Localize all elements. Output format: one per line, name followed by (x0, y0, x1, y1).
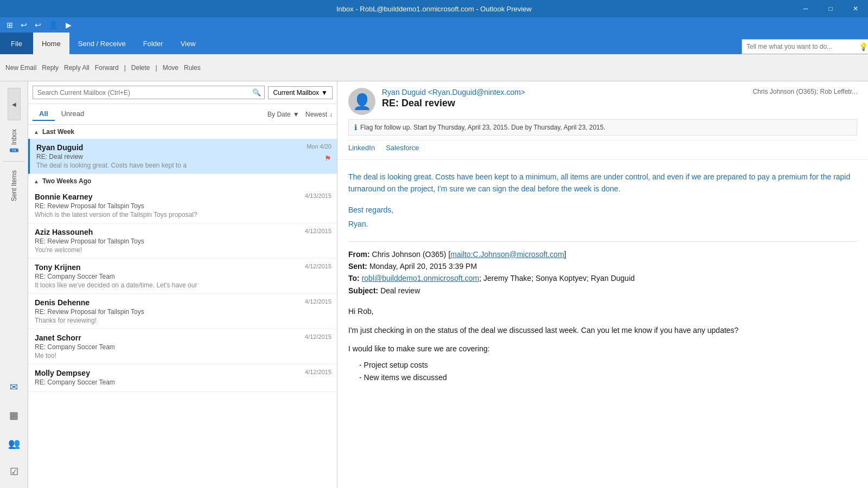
app-icon: ⊞ (4, 20, 15, 30)
ribbon-search-input[interactable] (742, 39, 868, 54)
ribbon-tabs: File Home Send / Receive Folder View 💡 (0, 33, 868, 54)
email-recipients: Chris Johnson (O365); Rob Leffetr... (752, 88, 857, 95)
email-preview: You're welcome! (35, 246, 331, 254)
email-header: 👤 Ryan Duguid <Ryan.Duguid@nintex.com> R… (337, 81, 868, 160)
email-subject: RE: Company Soccer Team (35, 378, 331, 386)
subject-value: Deal review (380, 286, 420, 295)
contact-button[interactable]: 👤 (47, 20, 60, 30)
email-item[interactable]: Ryan Duguid RE: Deal review The deal is … (28, 139, 337, 174)
tab-home[interactable]: Home (33, 33, 69, 54)
email-sender: Denis Dehenne (35, 298, 331, 307)
email-list: ▲ Last Week Ryan Duguid RE: Deal review … (28, 125, 337, 488)
email-subject: RE: Review Proposal for Tailspin Toys (35, 202, 331, 210)
inbox-label: Inbox (10, 129, 18, 145)
body-line-2: I would like to make sure we are coverin… (348, 343, 857, 355)
email-sender: Aziz Hassouneh (35, 228, 331, 236)
email-item[interactable]: Janet Schorr RE: Company Soccer Team Me … (28, 329, 337, 364)
group-label: Two Weeks Ago (42, 177, 91, 185)
play-button[interactable]: ▶ (63, 20, 74, 30)
from-close: ] (564, 250, 566, 259)
email-list-panel: 🔍 Current Mailbox ▼ All Unread By Date ▼… (28, 81, 337, 488)
nav-collapse-button[interactable]: ◀ (8, 88, 21, 120)
email-body: The deal is looking great. Costs have be… (337, 160, 868, 488)
email-date: 4/12/2015 (305, 333, 331, 340)
restore-button[interactable]: □ (818, 0, 843, 17)
sidebar-item-inbox[interactable]: 2 Inbox (8, 125, 20, 157)
email-sender: Tony Krijnen (35, 263, 331, 272)
body-line-1: I'm just checking in on the status of th… (348, 324, 857, 336)
flag-notice-icon: ℹ (354, 123, 357, 132)
email-preview: Me too! (35, 352, 331, 359)
filter-tab-unread[interactable]: Unread (55, 107, 91, 121)
group-header-last-week[interactable]: ▲ Last Week (28, 125, 337, 139)
lightbulb-icon: 💡 (859, 42, 868, 51)
nav-icon-calendar[interactable]: ▦ (2, 403, 26, 427)
subject-line-detail: Subject: Deal review (348, 285, 857, 297)
email-item[interactable]: Denis Dehenne RE: Review Proposal for Ta… (28, 294, 337, 329)
flag-notice-text: Flag for follow up. Start by Thursday, A… (360, 124, 605, 131)
to-line: To: robl@builddemo1.onmicrosoft.com; Jer… (348, 272, 857, 284)
title-text: Inbox - RobL@builddemo1.onmicrosoft.com … (336, 5, 532, 13)
sent-label: Sent: (348, 262, 367, 271)
email-item[interactable]: Tony Krijnen RE: Company Soccer Team It … (28, 259, 337, 294)
mailbox-dropdown[interactable]: Current Mailbox ▼ (268, 86, 333, 99)
to-others: ; Jeremy Thake; Sonya Koptyev; Ryan Dugu… (479, 274, 635, 282)
linkedin-link[interactable]: LinkedIn (348, 144, 375, 152)
email-item[interactable]: Aziz Hassouneh RE: Review Proposal for T… (28, 223, 337, 259)
email-meta: Ryan Duguid <Ryan.Duguid@nintex.com> RE:… (382, 88, 746, 109)
group-header-two-weeks-ago[interactable]: ▲ Two Weeks Ago (28, 174, 337, 188)
email-item[interactable]: Molly Dempsey RE: Company Soccer Team 4/… (28, 364, 337, 392)
nav-icon-tasks[interactable]: ☑ (2, 460, 26, 484)
search-input-container: 🔍 (33, 86, 265, 99)
avatar: 👤 (348, 88, 375, 115)
close-button[interactable]: ✕ (843, 0, 868, 17)
dropdown-arrow-icon: ▼ (321, 89, 328, 97)
reading-pane: 👤 Ryan Duguid <Ryan.Duguid@nintex.com> R… (337, 81, 868, 488)
redo-button[interactable]: ↩ (33, 20, 43, 30)
nav-icon-mail[interactable]: ✉ (2, 375, 26, 399)
salesforce-link[interactable]: Salesforce (386, 144, 419, 152)
tab-view[interactable]: View (172, 33, 205, 54)
email-subject: RE: Review Proposal for Tailspin Toys (35, 308, 331, 316)
search-input[interactable] (33, 87, 249, 99)
nav-icon-people[interactable]: 👥 (2, 432, 26, 455)
body-list: Project setup costs New items we discuss… (359, 359, 857, 383)
to-email-link[interactable]: robl@builddemo1.onmicrosoft.com (362, 274, 480, 282)
order-icon: ↓ (329, 111, 333, 118)
email-sender: Bonnie Kearney (35, 192, 331, 201)
email-date: Mon 4/20 (307, 143, 331, 150)
flag-icon: ⚑ (324, 154, 331, 163)
undo-button[interactable]: ↩ (18, 20, 29, 30)
list-item: Project setup costs (359, 359, 857, 371)
sent-line: Sent: Monday, April 20, 2015 3:39 PM (348, 260, 857, 272)
tab-send-receive[interactable]: Send / Receive (69, 33, 135, 54)
sort-selector[interactable]: By Date ▼ Newest ↓ (267, 111, 333, 118)
search-bar: 🔍 Current Mailbox ▼ (28, 81, 337, 104)
email-subject-header: RE: Deal review (382, 98, 746, 109)
filter-tab-all[interactable]: All (33, 107, 55, 121)
mailbox-label: Current Mailbox (273, 89, 319, 97)
tab-file[interactable]: File (0, 33, 33, 54)
search-icon[interactable]: 🔍 (249, 86, 264, 99)
main-layout: ◀ 2 Inbox Sent Items ✉ ▦ 👥 ☑ 🔍 Current M… (0, 81, 868, 488)
flag-notice: ℹ Flag for follow up. Start by Thursday,… (348, 119, 857, 136)
sort-dropdown-icon: ▼ (293, 111, 299, 118)
email-date: 4/13/2015 (305, 192, 331, 199)
email-sender: Molly Dempsey (35, 369, 331, 377)
sidebar-item-sent[interactable]: Sent Items (8, 166, 20, 206)
from-email-link[interactable]: mailto:C.Johnson@microsoft.com (450, 250, 564, 259)
ribbon-search-area: 💡 (742, 39, 868, 54)
email-item[interactable]: Bonnie Kearney RE: Review Proposal for T… (28, 188, 337, 223)
minimize-button[interactable]: ─ (793, 0, 818, 17)
email-date: 4/12/2015 (305, 228, 331, 234)
regards-text: Best regards, (348, 204, 857, 216)
title-bar: Inbox - RobL@builddemo1.onmicrosoft.com … (0, 0, 868, 17)
group-arrow-icon: ▲ (34, 129, 39, 135)
email-date: 4/12/2015 (305, 263, 331, 269)
email-header-top: 👤 Ryan Duguid <Ryan.Duguid@nintex.com> R… (348, 88, 857, 115)
social-links: LinkedIn Salesforce (348, 140, 857, 153)
tab-folder[interactable]: Folder (135, 33, 172, 54)
from-line: From: Chris Johnson (O365) [mailto:C.Joh… (348, 248, 857, 260)
email-subject: RE: Deal review (36, 153, 331, 160)
nav-badge: 2 (10, 149, 18, 152)
